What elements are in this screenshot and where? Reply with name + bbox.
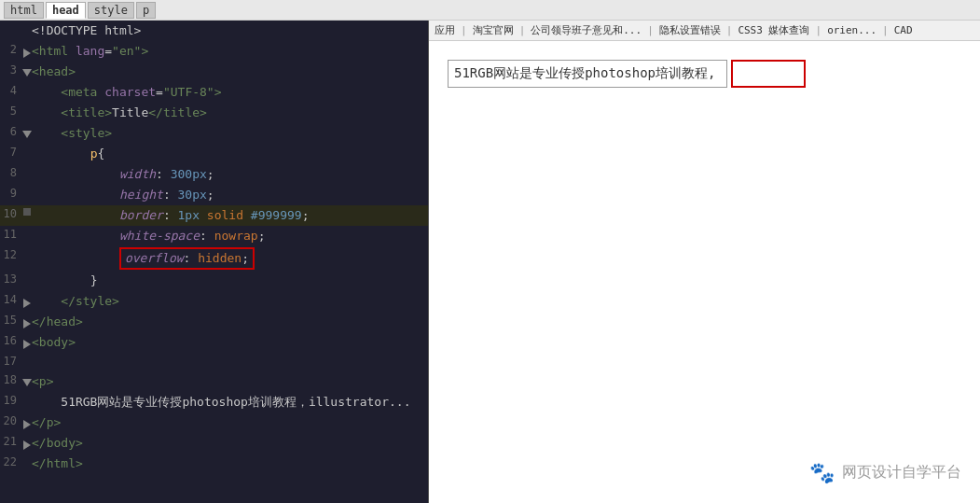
nav-css3[interactable]: CSS3 媒体查询 xyxy=(738,23,809,37)
code-line-18: 18 <p> xyxy=(0,371,428,392)
code-line-19: 19 51RGB网站是专业传授photoshop培训教程，illustrator… xyxy=(0,392,428,412)
preview-text-content: 51RGB网站是专业传授photoshop培训教程, xyxy=(448,60,727,88)
tab-html[interactable]: html xyxy=(4,2,44,19)
code-line-13: 13 } xyxy=(0,271,428,291)
code-line-15: 15 </head> xyxy=(0,312,428,332)
main-area: <!DOCTYPE html> 2 <html lang="en"> 3 <he… xyxy=(0,21,980,503)
code-editor[interactable]: <!DOCTYPE html> 2 <html lang="en"> 3 <he… xyxy=(0,21,429,503)
preview-area: 51RGB网站是专业传授photoshop培训教程, 🐾 网页设计自学平台 xyxy=(429,41,980,503)
code-line-6: 6 <style> xyxy=(0,123,428,144)
tab-p[interactable]: p xyxy=(136,2,156,19)
browser-nav: 应用 | 淘宝官网 | 公司领导班子意见和... | 隐私设置错误 | CSS3… xyxy=(429,21,980,41)
watermark: 🐾 网页设计自学平台 xyxy=(809,461,961,484)
code-line-17: 17 xyxy=(0,353,428,371)
nav-taobao[interactable]: 淘宝官网 xyxy=(473,23,514,37)
tab-style[interactable]: style xyxy=(88,2,134,19)
nav-company[interactable]: 公司领导班子意见和... xyxy=(531,23,642,37)
code-line-8: 8 width: 300px; xyxy=(0,164,428,185)
code-line-11: 11 white-space: nowrap; xyxy=(0,226,428,246)
code-line-3: 3 <head> xyxy=(0,62,428,82)
code-line-2: 2 <html lang="en"> xyxy=(0,41,428,62)
code-line-9: 9 height: 30px; xyxy=(0,185,428,205)
tab-head[interactable]: head xyxy=(46,2,86,19)
overflow-highlight-box xyxy=(731,60,806,88)
code-line-14: 14 </style> xyxy=(0,291,428,312)
code-line-21: 21 </body> xyxy=(0,433,428,454)
watermark-text: 网页设计自学平台 xyxy=(842,463,961,482)
code-line-7: 7 p{ xyxy=(0,144,428,164)
editor-tab-bar: html head style p xyxy=(0,0,980,21)
nav-cad[interactable]: CAD xyxy=(894,24,913,36)
nav-apps[interactable]: 应用 xyxy=(435,23,455,37)
browser-preview: 应用 | 淘宝官网 | 公司领导班子意见和... | 隐私设置错误 | CSS3… xyxy=(429,21,980,503)
preview-p-element: 51RGB网站是专业传授photoshop培训教程, xyxy=(448,60,961,88)
code-line-1: <!DOCTYPE html> xyxy=(0,21,428,41)
nav-privacy[interactable]: 隐私设置错误 xyxy=(659,23,721,37)
code-line-22: 22 </html> xyxy=(0,454,428,474)
code-line-5: 5 <title>Title</title> xyxy=(0,103,428,123)
watermark-icon: 🐾 xyxy=(809,461,835,484)
code-line-12: 12 overflow: hidden; xyxy=(0,246,428,271)
code-line-4: 4 <meta charset="UTF-8"> xyxy=(0,82,428,103)
nav-orien[interactable]: orien... xyxy=(827,24,876,36)
code-line-20: 20 </p> xyxy=(0,412,428,433)
preview-paragraph-text: 51RGB网站是专业传授photoshop培训教程, xyxy=(454,65,715,82)
code-line-10: 10 border: 1px solid #999999; xyxy=(0,205,428,226)
code-line-16: 16 <body> xyxy=(0,332,428,353)
